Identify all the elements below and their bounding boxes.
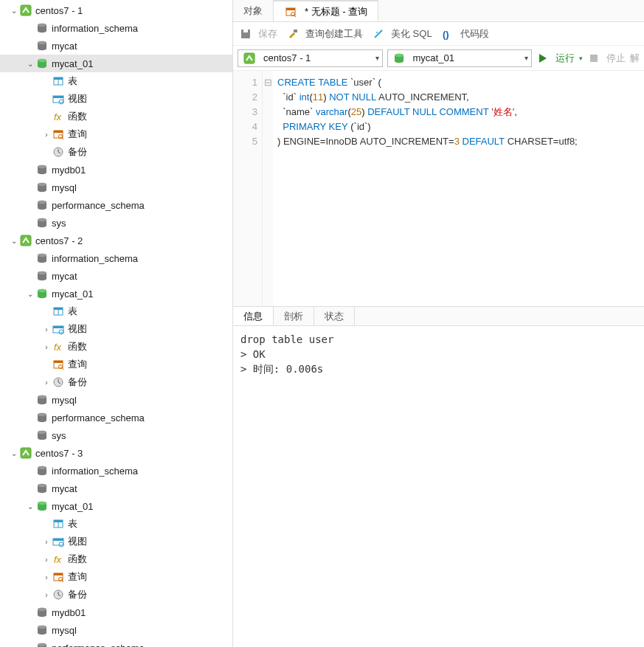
database-item[interactable]: information_schema (0, 19, 232, 37)
view-icon (52, 322, 65, 336)
query-icon (52, 358, 65, 371)
expand-chevron-icon[interactable]: ⌄ (25, 290, 35, 298)
database-icon (35, 198, 49, 212)
expand-chevron-icon[interactable]: › (41, 556, 52, 564)
stop-icon (587, 52, 600, 65)
database-icon (35, 287, 49, 300)
tree-item-label: mysql (52, 395, 77, 406)
database-item[interactable]: ⌄mycat_01 (0, 285, 232, 302)
expand-chevron-icon[interactable]: › (41, 131, 52, 139)
tables-node[interactable]: 表 (0, 302, 232, 320)
tree-item-label: 表 (68, 75, 77, 88)
tree-item-label: mycat (52, 271, 77, 282)
functions-node[interactable]: 函数 (0, 108, 232, 125)
backup-icon (52, 588, 65, 601)
tree-item-label: 备份 (68, 588, 87, 601)
database-item[interactable]: information_schema (0, 249, 232, 267)
beautify-sql-button[interactable]: 美化 SQL (372, 27, 432, 41)
connection-tree[interactable]: ⌄centos7 - 1information_schemamycat⌄myca… (0, 0, 233, 647)
database-dropdown[interactable]: mycat_01 ▾ (387, 49, 533, 67)
expand-chevron-icon[interactable]: › (41, 573, 52, 581)
expand-chevron-icon[interactable]: › (41, 325, 52, 333)
wand-icon (372, 27, 385, 41)
database-item[interactable]: performance_schema (0, 639, 232, 647)
expand-chevron-icon[interactable]: ⌄ (25, 60, 35, 68)
tree-item-label: 查询 (68, 570, 87, 584)
database-icon (35, 464, 49, 477)
sql-editor[interactable]: 12345 ⊟ CREATE TABLE `user` ( `id` int(1… (233, 71, 644, 307)
views-node[interactable]: 视图 (0, 90, 232, 108)
backups-node[interactable]: ›备份 (0, 373, 232, 391)
tab-query[interactable]: * 无标题 - 查询 (274, 0, 378, 21)
queries-node[interactable]: ›查询 (0, 568, 232, 586)
queries-node[interactable]: 查询 (0, 356, 232, 373)
queries-node[interactable]: ›查询 (0, 125, 232, 143)
chevron-down-icon: ▾ (375, 54, 379, 62)
tree-item-label: mydb01 (52, 607, 86, 618)
tree-item-label: 备份 (68, 376, 87, 389)
expand-chevron-icon[interactable]: › (41, 591, 52, 599)
database-item[interactable]: sys (0, 426, 232, 444)
connection-item[interactable]: ⌄centos7 - 1 (0, 1, 232, 19)
main-panel: 对象 * 无标题 - 查询 保存 查询创建工具 美化 SQL 代码段 cento… (233, 0, 644, 647)
expand-chevron-icon[interactable]: › (41, 378, 52, 387)
save-button[interactable]: 保存 (239, 27, 277, 41)
paren-icon (441, 27, 454, 41)
database-item[interactable]: mysql (0, 621, 232, 639)
database-item[interactable]: mysql (0, 179, 232, 196)
tab-info[interactable]: 信息 (233, 307, 274, 325)
backups-node[interactable]: ›备份 (0, 586, 232, 603)
database-item[interactable]: information_schema (0, 462, 232, 480)
tab-objects[interactable]: 对象 (233, 0, 274, 21)
fold-column[interactable]: ⊟ (263, 71, 273, 306)
expand-chevron-icon[interactable]: ⌄ (9, 237, 19, 245)
stop-button[interactable]: 停止 (587, 52, 626, 65)
run-button[interactable]: 运行▾ (536, 52, 583, 65)
query-builder-button[interactable]: 查询创建工具 (286, 27, 363, 41)
tree-item-label: performance_schema (52, 200, 145, 211)
tree-item-label: centos7 - 2 (35, 235, 83, 246)
functions-node[interactable]: ›函数 (0, 550, 232, 568)
tab-status[interactable]: 状态 (314, 307, 355, 325)
database-item[interactable]: mysql (0, 391, 232, 409)
tables-node[interactable]: 表 (0, 72, 232, 90)
tables-node[interactable]: 表 (0, 515, 232, 533)
code-snippet-button[interactable]: 代码段 (441, 27, 489, 41)
functions-node[interactable]: ›函数 (0, 338, 232, 356)
database-item[interactable]: mydb01 (0, 603, 232, 621)
tree-item-label: mysql (52, 182, 77, 193)
expand-chevron-icon[interactable]: › (41, 343, 52, 351)
backups-node[interactable]: 备份 (0, 143, 232, 161)
tree-item-label: mycat_01 (52, 58, 93, 69)
database-icon (35, 606, 49, 619)
explain-button[interactable]: 解 (630, 52, 640, 65)
database-item[interactable]: performance_schema (0, 196, 232, 214)
expand-chevron-icon[interactable]: › (41, 538, 52, 546)
connection-icon (19, 446, 32, 460)
database-icon (35, 21, 49, 35)
database-item[interactable]: ⌄mycat_01 (0, 55, 232, 72)
line-gutter: 12345 (233, 71, 263, 306)
connection-item[interactable]: ⌄centos7 - 2 (0, 232, 232, 249)
table-icon (52, 75, 65, 88)
backup-icon (52, 145, 65, 159)
connection-dropdown[interactable]: centos7 - 1 ▾ (238, 49, 383, 67)
query-icon (52, 128, 65, 141)
tab-profile[interactable]: 剖析 (274, 307, 314, 325)
database-item[interactable]: mydb01 (0, 161, 232, 179)
views-node[interactable]: ›视图 (0, 320, 232, 338)
output-panel[interactable]: drop table user > OK > 时间: 0.006s (233, 326, 644, 647)
expand-chevron-icon[interactable]: ⌄ (9, 449, 19, 457)
database-item[interactable]: mycat (0, 267, 232, 285)
expand-chevron-icon[interactable]: ⌄ (9, 7, 19, 15)
database-item[interactable]: mycat (0, 37, 232, 55)
database-item[interactable]: ⌄mycat_01 (0, 497, 232, 515)
expand-chevron-icon[interactable]: ⌄ (25, 502, 35, 511)
database-item[interactable]: performance_schema (0, 409, 232, 426)
connection-item[interactable]: ⌄centos7 - 3 (0, 444, 232, 462)
views-node[interactable]: ›视图 (0, 533, 232, 550)
query-icon (284, 5, 297, 18)
database-item[interactable]: sys (0, 214, 232, 232)
database-item[interactable]: mycat (0, 480, 232, 497)
code-area[interactable]: CREATE TABLE `user` ( `id` int(11) NOT N… (273, 71, 578, 306)
